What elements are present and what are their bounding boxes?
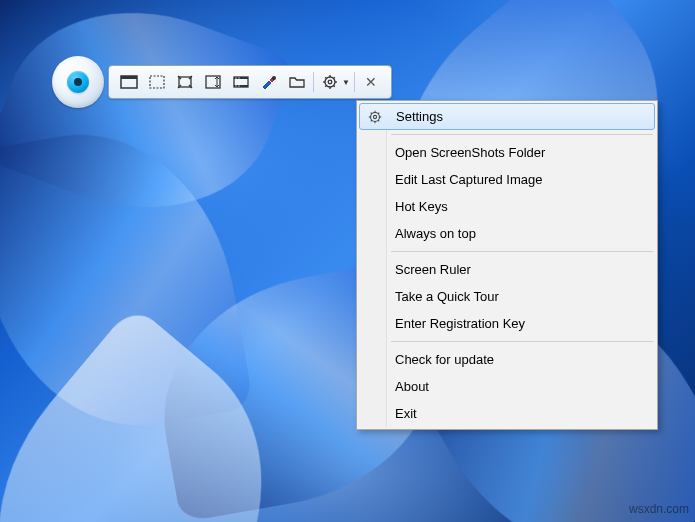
color-picker-button[interactable]	[256, 70, 282, 94]
gear-icon	[321, 74, 339, 90]
settings-dropdown-button[interactable]	[317, 70, 343, 94]
svg-line-27	[371, 112, 372, 113]
app-toolbar-wrap: ▼ ✕	[52, 56, 392, 108]
menu-item-label: Check for update	[395, 352, 494, 367]
gear-icon	[366, 108, 384, 126]
fullscreen-icon	[120, 74, 138, 90]
open-folder-button[interactable]	[284, 70, 310, 94]
svg-line-18	[333, 85, 334, 86]
region-icon	[148, 74, 166, 90]
menu-item-quick-tour[interactable]: Take a Quick Tour	[359, 283, 655, 310]
menu-item-label: Enter Registration Key	[395, 316, 525, 331]
toolbar-separator	[313, 72, 314, 92]
folder-icon	[288, 74, 306, 90]
svg-line-20	[325, 85, 326, 86]
capture-scrolling-button[interactable]	[200, 70, 226, 94]
toolbar-separator	[354, 72, 355, 92]
menu-item-edit-last[interactable]: Edit Last Captured Image	[359, 166, 655, 193]
scrolling-icon	[204, 74, 222, 90]
svg-rect-2	[150, 76, 164, 88]
window-arrows-icon	[176, 74, 194, 90]
eyedropper-icon	[260, 74, 278, 90]
watermark-text: wsxdn.com	[629, 502, 689, 516]
menu-separator	[391, 341, 653, 342]
capture-window-button[interactable]	[172, 70, 198, 94]
close-icon: ✕	[363, 74, 379, 90]
menu-item-label: Exit	[395, 406, 417, 421]
svg-rect-1	[121, 76, 137, 79]
menu-item-check-update[interactable]: Check for update	[359, 346, 655, 373]
menu-item-label: Open ScreenShots Folder	[395, 145, 545, 160]
menu-item-label: Screen Ruler	[395, 262, 471, 277]
menu-item-registration[interactable]: Enter Registration Key	[359, 310, 655, 337]
orb-icon	[67, 71, 89, 93]
svg-line-29	[378, 112, 379, 113]
menu-item-label: Take a Quick Tour	[395, 289, 499, 304]
film-icon	[232, 74, 250, 90]
menu-item-always-on-top[interactable]: Always on top	[359, 220, 655, 247]
svg-line-19	[333, 77, 334, 78]
dropdown-arrow-icon: ▼	[342, 78, 352, 87]
svg-point-12	[328, 80, 332, 84]
menu-item-settings[interactable]: Settings	[359, 103, 655, 130]
menu-item-label: Always on top	[395, 226, 476, 241]
close-button[interactable]: ✕	[358, 70, 384, 94]
menu-item-screen-ruler[interactable]: Screen Ruler	[359, 256, 655, 283]
menu-separator	[391, 134, 653, 135]
menu-item-label: Edit Last Captured Image	[395, 172, 542, 187]
svg-line-28	[378, 120, 379, 121]
settings-context-menu: Settings Open ScreenShots Folder Edit La…	[356, 100, 658, 430]
menu-item-hotkeys[interactable]: Hot Keys	[359, 193, 655, 220]
svg-point-10	[272, 76, 276, 80]
menu-item-open-folder[interactable]: Open ScreenShots Folder	[359, 139, 655, 166]
capture-region-button[interactable]	[144, 70, 170, 94]
menu-item-label: About	[395, 379, 429, 394]
menu-item-about[interactable]: About	[359, 373, 655, 400]
capture-video-button[interactable]	[228, 70, 254, 94]
menu-item-exit[interactable]: Exit	[359, 400, 655, 427]
svg-line-17	[325, 77, 326, 78]
svg-point-22	[373, 115, 376, 118]
menu-item-label: Settings	[396, 109, 443, 124]
capture-fullscreen-button[interactable]	[116, 70, 142, 94]
app-toolbar: ▼ ✕	[108, 65, 392, 99]
menu-item-label: Hot Keys	[395, 199, 448, 214]
menu-separator	[391, 251, 653, 252]
app-orb-button[interactable]	[52, 56, 104, 108]
svg-line-30	[371, 120, 372, 121]
